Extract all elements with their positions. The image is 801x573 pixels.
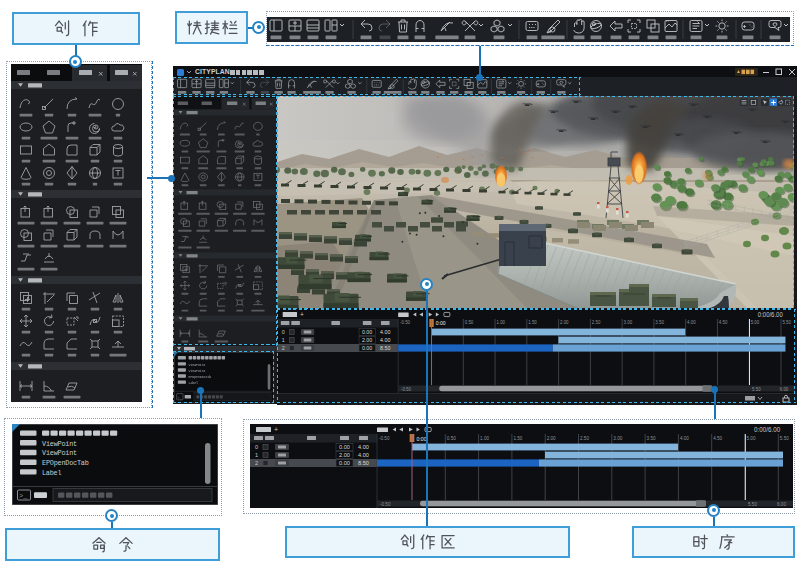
svg-text:EPOpenDocTab: EPOpenDocTab	[189, 374, 212, 378]
svg-text:0: 0	[282, 329, 285, 335]
svg-text:2: 2	[282, 345, 285, 351]
svg-text:0.00: 0.00	[362, 345, 372, 351]
svg-text:EPOpenDocTab: EPOpenDocTab	[42, 459, 89, 467]
svg-text:ViewPoint: ViewPoint	[42, 440, 77, 448]
svg-text:4.50: 4.50	[719, 320, 728, 325]
svg-text:2.00: 2.00	[547, 436, 556, 441]
svg-text:1.00: 1.00	[497, 320, 506, 325]
svg-text:-0.50: -0.50	[379, 436, 390, 441]
svg-text:0.00: 0.00	[362, 329, 372, 335]
svg-text:0:00/6.00: 0:00/6.00	[758, 311, 784, 318]
svg-text:2.00: 2.00	[339, 452, 350, 458]
svg-text:5.50: 5.50	[752, 387, 761, 392]
svg-text:+: +	[300, 311, 304, 318]
svg-text:ViewPoint: ViewPoint	[189, 362, 206, 366]
svg-text:4.50: 4.50	[713, 436, 722, 441]
svg-text:2.50: 2.50	[580, 436, 589, 441]
svg-text:3.50: 3.50	[647, 436, 656, 441]
svg-text:0:00: 0:00	[436, 320, 446, 326]
svg-text:8.50: 8.50	[358, 460, 369, 466]
svg-text:5.50: 5.50	[780, 436, 789, 441]
svg-text:0.00: 0.00	[339, 444, 350, 450]
svg-text:3.50: 3.50	[655, 320, 664, 325]
svg-text:5.00: 5.00	[751, 320, 760, 325]
svg-text:Label: Label	[189, 380, 199, 384]
svg-text:>_: >_	[19, 492, 28, 500]
svg-text:1.50: 1.50	[513, 436, 522, 441]
svg-text:1.50: 1.50	[528, 320, 537, 325]
svg-text:2.00: 2.00	[362, 337, 372, 343]
svg-text:-0.50: -0.50	[401, 387, 411, 392]
svg-text:4.00: 4.00	[380, 337, 390, 343]
svg-text:>_: >_	[177, 395, 182, 399]
svg-text:2: 2	[255, 460, 258, 466]
svg-text:0: 0	[255, 444, 258, 450]
svg-text:1.00: 1.00	[480, 436, 489, 441]
svg-text:4.00: 4.00	[680, 436, 689, 441]
svg-text:ViewPoint: ViewPoint	[189, 368, 206, 372]
svg-text:1: 1	[282, 337, 285, 343]
svg-text:6.00: 6.00	[780, 387, 789, 392]
svg-text:-0.50: -0.50	[400, 320, 410, 325]
svg-text:0.00: 0.00	[339, 460, 350, 466]
svg-text:4.00: 4.00	[358, 452, 369, 458]
svg-text:0:00/6.00: 0:00/6.00	[754, 426, 781, 433]
svg-text:+: +	[274, 426, 278, 433]
svg-text:2.50: 2.50	[592, 320, 601, 325]
svg-text:1: 1	[255, 452, 258, 458]
svg-text:3.00: 3.00	[613, 436, 622, 441]
svg-text:8.50: 8.50	[380, 345, 390, 351]
svg-text:6.00: 6.00	[777, 502, 786, 507]
svg-text:5.50: 5.50	[782, 320, 791, 325]
svg-text:ViewPoint: ViewPoint	[42, 449, 77, 457]
svg-text:Label: Label	[42, 469, 62, 477]
svg-text:4.00: 4.00	[358, 444, 369, 450]
svg-text:2.00: 2.00	[560, 320, 569, 325]
svg-text:-0.50: -0.50	[380, 502, 391, 507]
svg-text:5.50: 5.50	[748, 502, 757, 507]
svg-text:4.00: 4.00	[380, 329, 390, 335]
svg-text:4.00: 4.00	[687, 320, 696, 325]
svg-text:3.00: 3.00	[624, 320, 633, 325]
svg-text:0.50: 0.50	[447, 436, 456, 441]
svg-text:5.00: 5.00	[747, 436, 756, 441]
svg-text:0.50: 0.50	[465, 320, 474, 325]
